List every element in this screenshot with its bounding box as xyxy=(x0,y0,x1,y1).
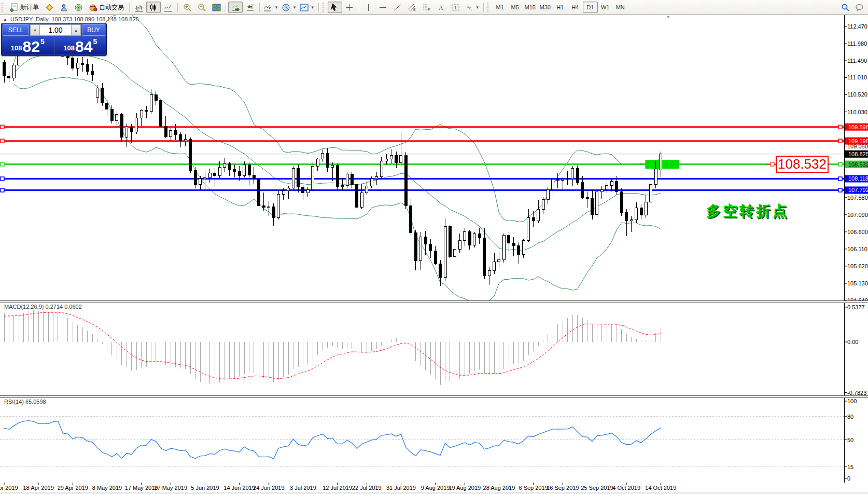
axis-label-109.598: 109.598 xyxy=(845,124,868,131)
horizontal-line-button[interactable] xyxy=(376,2,390,13)
axis-label-108.118: 108.118 xyxy=(845,175,868,182)
sell-price-small: 108 xyxy=(11,44,22,52)
timeframe-m30-button[interactable]: M30 xyxy=(538,2,553,13)
search-icon[interactable] xyxy=(841,3,850,12)
sell-button[interactable]: SELL xyxy=(3,24,29,36)
svg-text:80: 80 xyxy=(847,414,853,420)
buy-button[interactable]: BUY xyxy=(82,24,105,36)
templates-dropdown-arrow[interactable]: ▼ xyxy=(311,5,315,10)
auto-scroll-button[interactable] xyxy=(228,2,243,13)
symbol-name: USDJPY-,Daily xyxy=(10,16,49,22)
svg-text:27 May 2019: 27 May 2019 xyxy=(154,485,187,491)
toolbar-right-group xyxy=(841,3,868,12)
crosshair-button[interactable] xyxy=(342,2,357,13)
timeframe-h4-button[interactable]: H4 xyxy=(568,2,583,13)
autotrading-button[interactable]: 自动交易 xyxy=(86,2,127,13)
candlestick-chart-button[interactable] xyxy=(146,2,161,13)
periods-button[interactable]: ▼ xyxy=(280,2,298,13)
toolbar-grip[interactable] xyxy=(323,3,326,12)
candlestick-chart-icon xyxy=(149,3,158,12)
toolbar-separator xyxy=(129,3,130,12)
svg-text:109.198: 109.198 xyxy=(848,138,868,144)
fibonacci-icon: F xyxy=(422,3,431,12)
volume-stepper: ▼ 1.00 ▲ xyxy=(30,24,81,36)
auto-scroll-icon xyxy=(231,3,240,12)
fibonacci-button[interactable]: F xyxy=(419,2,434,13)
svg-text:31 Jul 2019: 31 Jul 2019 xyxy=(386,485,416,491)
volume-decrease-button[interactable]: ▼ xyxy=(30,24,40,36)
sell-price-display[interactable]: 108 82 5 xyxy=(2,37,54,54)
svg-text:T: T xyxy=(454,5,457,10)
toolbar-separator xyxy=(483,3,484,12)
new-order-label: 新订单 xyxy=(20,3,39,12)
tile-windows-button[interactable] xyxy=(209,2,223,13)
svg-text:17 May 2019: 17 May 2019 xyxy=(125,485,158,491)
svg-text:6 Sep 2019: 6 Sep 2019 xyxy=(519,485,548,491)
chart-canvas[interactable]: 112.470111.980111.490111.010110.520110.0… xyxy=(0,0,868,494)
chart-shift-button[interactable] xyxy=(243,2,257,13)
templates-button[interactable]: ▼ xyxy=(298,2,316,13)
shapes-button[interactable]: ▼ xyxy=(463,2,481,13)
buy-price-display[interactable]: 108 84 5 xyxy=(54,37,107,54)
svg-text:0.00: 0.00 xyxy=(847,339,858,345)
timeframe-h1-button[interactable]: H1 xyxy=(553,2,568,13)
channel-button[interactable]: E xyxy=(405,2,419,13)
toolbar-grip[interactable] xyxy=(2,3,5,12)
timeframe-m15-button[interactable]: M15 xyxy=(523,2,538,13)
timeframe-m1-button[interactable]: M1 xyxy=(493,2,508,13)
profiles-button[interactable] xyxy=(57,2,71,13)
zoom-in-icon xyxy=(183,3,192,12)
zoom-out-button[interactable] xyxy=(194,2,209,13)
buy-button-label: BUY xyxy=(87,26,101,34)
svg-text:108.825: 108.825 xyxy=(848,151,868,157)
toolbar-separator xyxy=(259,3,260,12)
collapse-panel-arrow[interactable]: ▲ xyxy=(3,17,7,22)
shapes-dropdown-arrow[interactable]: ▼ xyxy=(475,5,480,10)
svg-text:105.620: 105.620 xyxy=(847,263,868,269)
svg-text:22 Jul 2019: 22 Jul 2019 xyxy=(352,485,382,491)
svg-text:12 Jul 2019: 12 Jul 2019 xyxy=(323,485,352,491)
chat-icon[interactable] xyxy=(855,3,864,12)
zoom-in-button[interactable] xyxy=(180,2,194,13)
timeframe-m5-button[interactable]: M5 xyxy=(508,2,523,13)
axis-label-109.198: 109.198 xyxy=(845,138,868,145)
new-order-button[interactable]: 新订单 xyxy=(7,2,42,13)
svg-text:0.5377: 0.5377 xyxy=(847,304,865,310)
svg-text:107.580: 107.580 xyxy=(847,195,868,201)
volume-input[interactable]: 1.00 xyxy=(40,24,71,36)
volume-increase-button[interactable]: ▲ xyxy=(71,24,81,36)
signals-icon xyxy=(74,3,83,12)
line-chart-button[interactable] xyxy=(161,2,175,13)
toolbar-grip[interactable] xyxy=(487,3,491,12)
timeframe-d1-button[interactable]: D1 xyxy=(583,2,598,13)
sell-price-big: 82 xyxy=(23,40,40,53)
macd-indicator-label: MACD(12,26,9) 0.2714 0.0602 xyxy=(4,304,82,310)
timeframe-mn-button[interactable]: MN xyxy=(613,2,628,13)
terminal-window: 新订单 xyxy=(0,0,868,494)
timeframe-w1-button[interactable]: W1 xyxy=(598,2,613,13)
bar-chart-button[interactable] xyxy=(132,2,146,13)
toolbar-separator xyxy=(318,3,319,12)
signals-button[interactable] xyxy=(71,2,86,13)
market-watch-button[interactable] xyxy=(42,2,57,13)
indicators-button[interactable]: ▼ xyxy=(262,2,280,13)
toolbar-separator xyxy=(177,3,178,12)
text-label-button[interactable]: T xyxy=(449,2,463,13)
svg-text:5 Jun 2019: 5 Jun 2019 xyxy=(191,485,219,491)
periods-clock-icon xyxy=(282,3,290,12)
toolbar-separator xyxy=(226,3,226,12)
svg-text:109.598: 109.598 xyxy=(848,124,868,130)
buy-price-big: 84 xyxy=(75,40,92,53)
callout-anchor[interactable] xyxy=(771,162,774,166)
price-callout-box[interactable]: 108.532 xyxy=(776,156,829,173)
cursor-button[interactable] xyxy=(328,2,342,13)
chart-shift-icon xyxy=(246,3,255,12)
text-button[interactable]: A xyxy=(434,2,449,13)
indicators-dropdown-arrow[interactable]: ▼ xyxy=(274,5,278,10)
svg-text:110.030: 110.030 xyxy=(847,109,867,115)
periods-dropdown-arrow[interactable]: ▼ xyxy=(292,5,297,10)
horizontal-line-icon xyxy=(379,3,387,12)
vertical-line-button[interactable] xyxy=(361,2,376,13)
trendline-button[interactable] xyxy=(390,2,405,13)
axis-label-108.532: 108.532 xyxy=(845,161,868,168)
